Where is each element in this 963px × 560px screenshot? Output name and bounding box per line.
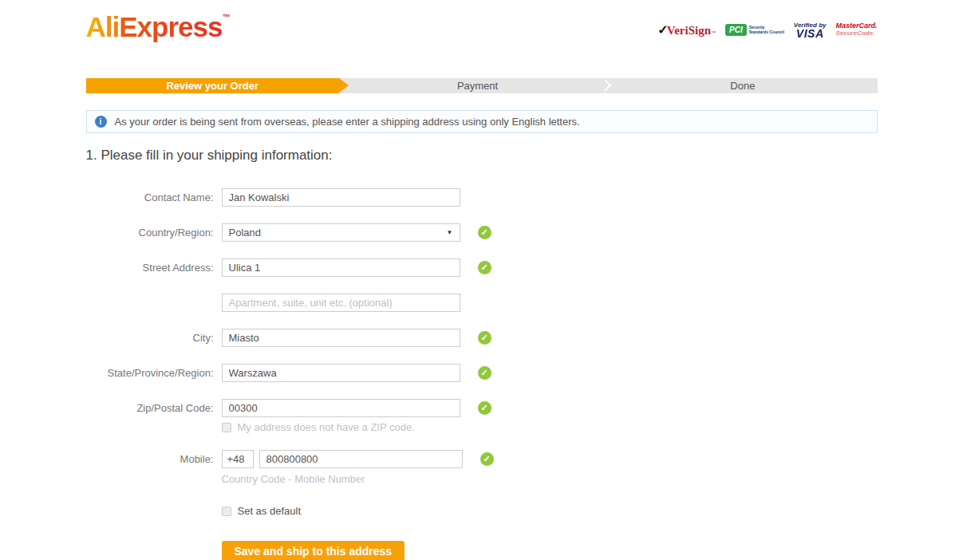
set-default-checkbox[interactable] xyxy=(222,507,231,516)
progress-step-payment: Payment xyxy=(347,78,608,93)
notice-text: As your order is being sent from oversea… xyxy=(115,116,580,128)
pci-badge: PCI Security Standards Council xyxy=(725,24,784,36)
logo-express-text: Express xyxy=(119,11,222,42)
verisign-label: VeriSign xyxy=(667,24,711,37)
set-default-label: Set as default xyxy=(238,505,302,517)
state-label: State/Province/Region: xyxy=(86,367,214,379)
country-valid-check-icon: ✓ xyxy=(478,226,491,239)
country-row: Country/Region: Poland ▼ ✓ xyxy=(86,223,878,242)
contact-name-label: Contact Name: xyxy=(86,191,214,203)
overseas-notice-banner: i As your order is being sent from overs… xyxy=(86,110,878,133)
shipping-section-heading: 1. Please fill in your shipping informat… xyxy=(86,148,878,164)
mobile-country-code-input[interactable] xyxy=(222,450,254,468)
visa-label: VISA xyxy=(796,30,824,37)
verisign-trademark: ™ xyxy=(711,30,716,35)
city-valid-check-icon: ✓ xyxy=(478,331,491,345)
pci-caption: Security Standards Council xyxy=(749,25,784,34)
state-input[interactable] xyxy=(222,364,460,382)
mobile-hint: Country Code - Mobile Number xyxy=(222,473,878,485)
country-label: Country/Region: xyxy=(86,227,214,239)
mobile-valid-check-icon: ✓ xyxy=(480,452,494,466)
mastercard-label: MasterCard. xyxy=(835,22,877,30)
no-zip-label: My address does not have a ZIP code. xyxy=(238,421,415,433)
street-address-label: Street Address: xyxy=(86,262,214,274)
progress-step-done: Done xyxy=(608,78,877,93)
mobile-number-input[interactable] xyxy=(259,450,463,468)
set-default-row: Set as default xyxy=(222,505,878,517)
progress-step-review: Review your Order xyxy=(86,78,339,93)
dropdown-arrow-icon: ▼ xyxy=(447,229,453,236)
aliexpress-logo: AliExpress™ xyxy=(86,10,231,44)
contact-name-input[interactable] xyxy=(222,188,460,207)
no-zip-row: My address does not have a ZIP code. xyxy=(222,421,878,433)
mastercard-securecode-badge: MasterCard. SecureCode. xyxy=(835,22,877,37)
city-row: City: ✓ xyxy=(86,329,878,347)
country-select[interactable]: Poland ▼ xyxy=(222,223,460,242)
contact-name-row: Contact Name: xyxy=(86,188,878,207)
logo-ali-text: Ali xyxy=(86,11,120,42)
country-select-value: Poland xyxy=(229,227,261,239)
shipping-form: Contact Name: Country/Region: Poland ▼ ✓… xyxy=(86,188,878,560)
street-address-input[interactable] xyxy=(222,258,460,277)
mobile-label: Mobile: xyxy=(86,453,214,465)
state-row: State/Province/Region: ✓ xyxy=(86,364,878,382)
info-icon: i xyxy=(95,116,107,128)
no-zip-checkbox[interactable] xyxy=(222,423,231,432)
security-badges: ✓ VeriSign ™ PCI Security Standards Coun… xyxy=(657,22,877,37)
verified-by-visa-badge: Verified by VISA xyxy=(794,22,827,37)
zip-input[interactable] xyxy=(222,399,460,417)
checkout-progress-bar: Review your Order Payment Done xyxy=(86,78,878,93)
street-address2-input[interactable] xyxy=(222,294,460,312)
zip-row: Zip/Postal Code: ✓ xyxy=(86,399,878,417)
mobile-row: Mobile: ✓ xyxy=(86,450,878,468)
street-address-row: Street Address: ✓ xyxy=(86,258,878,277)
street-valid-check-icon: ✓ xyxy=(478,261,491,274)
zip-valid-check-icon: ✓ xyxy=(478,401,491,415)
pci-caption-line2: Standards Council xyxy=(749,30,784,34)
header: AliExpress™ ✓ VeriSign ™ PCI Security St… xyxy=(86,0,878,46)
street-address2-row xyxy=(86,294,878,312)
zip-label: Zip/Postal Code: xyxy=(86,402,214,414)
save-and-ship-button[interactable]: Save and ship to this address xyxy=(222,541,405,560)
verisign-badge: ✓ VeriSign ™ xyxy=(657,22,716,37)
city-label: City: xyxy=(86,332,214,344)
logo-trademark: ™ xyxy=(222,13,230,22)
city-input[interactable] xyxy=(222,329,460,347)
pci-icon: PCI xyxy=(725,24,747,36)
state-valid-check-icon: ✓ xyxy=(478,366,491,380)
checkout-page: AliExpress™ ✓ VeriSign ™ PCI Security St… xyxy=(86,0,878,560)
securecode-label: SecureCode. xyxy=(835,30,877,37)
